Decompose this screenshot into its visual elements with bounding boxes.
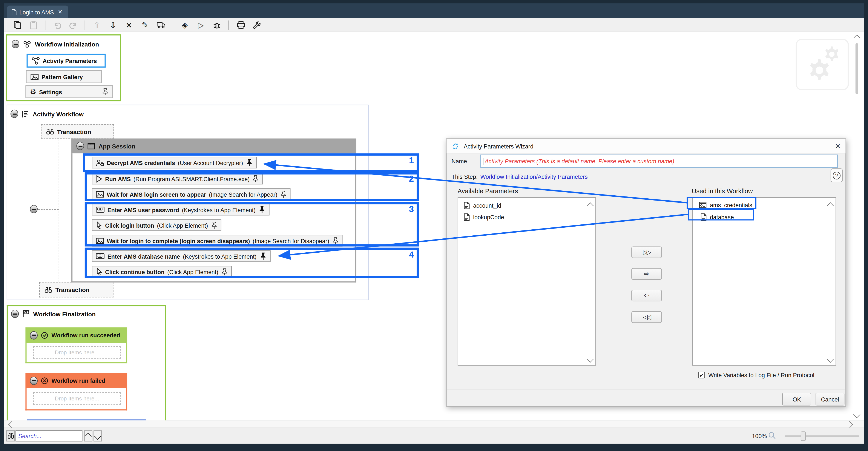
collapse-toggle-icon[interactable]	[76, 142, 84, 150]
step-wait-login-complete[interactable]: Wait for login to complete (login screen…	[92, 235, 342, 246]
parameter-doc-icon	[463, 202, 470, 209]
step-name: Enter AMS database name	[107, 253, 180, 259]
transaction-label: Transaction	[57, 128, 91, 135]
sequence-collapse-toggle[interactable]	[30, 205, 38, 213]
share-nodes-icon	[32, 57, 40, 64]
list-item-ams-credentials[interactable]: ams_credentials	[699, 202, 752, 208]
app-session-header[interactable]: App Session	[71, 139, 356, 153]
edit-pencil-icon[interactable]: ✎	[141, 21, 149, 29]
ok-button[interactable]: OK	[782, 393, 811, 405]
print-icon[interactable]	[236, 21, 245, 29]
step-run-ams[interactable]: Run AMS (Run Program ASI.SMART.Client.Fr…	[92, 173, 263, 185]
arrow-down-icon[interactable]: ⇩	[108, 21, 117, 29]
collapse-toggle-icon[interactable]	[30, 331, 38, 339]
undo-icon[interactable]	[53, 21, 61, 29]
zoom-slider-track[interactable]	[784, 435, 859, 437]
workflow-run-succeeded-header[interactable]: Workflow run succeeded	[25, 327, 127, 343]
activity-parameters-button[interactable]: Activity Parameters	[27, 54, 106, 67]
delete-x-icon[interactable]: ✕	[124, 21, 133, 29]
list-scroll-up-icon[interactable]	[587, 202, 594, 209]
pin-filled-icon[interactable]	[258, 205, 266, 214]
step-name: Decrypt AMS credentials	[107, 159, 175, 166]
pin-filled-icon[interactable]	[259, 252, 266, 260]
tab-login-to-ams[interactable]: Login to AMS ✕	[7, 6, 68, 18]
document-icon	[11, 9, 17, 15]
cancel-button[interactable]: Cancel	[815, 393, 844, 405]
pin-icon[interactable]	[102, 88, 108, 95]
pin-outline-icon[interactable]	[221, 268, 228, 276]
list-scroll-down-icon[interactable]	[587, 356, 594, 363]
list-scroll-up-icon[interactable]	[827, 202, 834, 209]
play-icon	[96, 175, 102, 182]
step-wait-ams-login-appear[interactable]: Wait for AMS login screen to appear (Ima…	[92, 188, 290, 200]
move-all-right-button[interactable]: ▷▷	[631, 247, 662, 258]
list-item-database[interactable]: database	[700, 213, 734, 221]
help-button[interactable]: ?	[831, 168, 843, 182]
copy-icon[interactable]	[13, 21, 22, 29]
scroll-left-icon[interactable]	[8, 421, 16, 428]
application-window: Login to AMS ✕ ⇧ ⇩ ✕ ✎ ◈ ▷ Workflow Init…	[0, 0, 868, 451]
transaction-block-top[interactable]: Transaction	[41, 124, 114, 139]
user-decrypt-icon	[96, 159, 104, 167]
list-item-account-id[interactable]: account_id	[463, 202, 501, 209]
credentials-icon	[699, 202, 707, 208]
find-next-button[interactable]	[94, 430, 102, 441]
drop-zone[interactable]: Drop Items here...	[33, 346, 121, 359]
used-in-workflow-list[interactable]: ams_credentials database	[692, 197, 836, 366]
collapse-toggle-icon[interactable]	[30, 376, 38, 385]
collapse-toggle-icon[interactable]	[11, 40, 19, 48]
drop-zone[interactable]: Drop Items here...	[33, 392, 121, 405]
failed-body: Drop Items here...	[25, 388, 127, 411]
export-truck-icon[interactable]	[156, 21, 165, 29]
name-input[interactable]: Activity Parameters (This is a default n…	[480, 154, 838, 168]
available-parameters-list[interactable]: account_id lookupCode	[458, 197, 596, 366]
redo-icon[interactable]	[69, 21, 78, 29]
write-variables-checkbox[interactable]: ✔	[699, 372, 705, 378]
pin-outline-icon[interactable]	[252, 175, 259, 182]
horizontal-scrollbar[interactable]	[4, 420, 864, 427]
vertical-scrollbar-thumb[interactable]	[856, 43, 858, 94]
dialog-close-icon[interactable]: ✕	[835, 142, 840, 150]
settings-button[interactable]: ⚙ Settings	[25, 85, 113, 98]
pin-outline-icon[interactable]	[332, 237, 339, 245]
binoculars-search-icon	[7, 432, 14, 439]
arrow-up-icon[interactable]: ⇧	[92, 21, 101, 29]
move-right-button[interactable]: ⇨	[631, 268, 662, 280]
wrench-icon[interactable]	[252, 21, 261, 29]
wizard-refresh-icon	[452, 142, 459, 150]
this-step-link[interactable]: Workflow Initialization/Activity Paramet…	[480, 173, 588, 180]
zoom-slider-handle[interactable]	[801, 431, 806, 441]
search-input[interactable]	[16, 430, 82, 441]
milestone-diamond-icon[interactable]: ◈	[180, 21, 189, 29]
find-button[interactable]	[6, 430, 15, 441]
step-enter-ams-database[interactable]: Enter AMS database name (Keystrokes to A…	[92, 250, 270, 262]
toolbar-separator	[173, 20, 173, 30]
step-decrypt-ams-credentials[interactable]: Decrypt AMS credentials (User Account De…	[92, 157, 257, 168]
step-name: Wait for AMS login screen to appear	[107, 191, 206, 198]
title-bar: Login to AMS ✕	[4, 3, 864, 18]
transaction-block-bottom[interactable]: Transaction	[39, 282, 114, 298]
run-play-icon[interactable]: ▷	[196, 21, 205, 29]
list-scroll-down-icon[interactable]	[827, 356, 834, 363]
step-click-continue-button[interactable]: Click continue button (Click App Element…	[92, 266, 231, 278]
step-click-login-button[interactable]: Click login button (Click App Element)	[92, 219, 221, 231]
paste-icon[interactable]	[29, 21, 38, 29]
pattern-gallery-button[interactable]: Pattern Gallery	[26, 71, 102, 83]
find-previous-button[interactable]	[84, 430, 92, 441]
pin-outline-icon[interactable]	[211, 221, 217, 229]
step-enter-ams-password[interactable]: Enter AMS user password (Keystrokes to A…	[92, 204, 269, 216]
workflow-run-failed-header[interactable]: Workflow run failed	[25, 373, 127, 388]
collapse-toggle-icon[interactable]	[10, 110, 18, 118]
parameter-doc-icon	[463, 213, 470, 221]
move-all-left-button[interactable]: ◁◁	[631, 311, 662, 323]
connector-dash	[38, 209, 59, 210]
pin-filled-icon[interactable]	[246, 158, 253, 167]
list-item-lookupcode[interactable]: lookupCode	[463, 213, 504, 221]
collapse-toggle-icon[interactable]	[11, 310, 19, 318]
tab-close-icon[interactable]: ✕	[58, 9, 63, 15]
move-left-button[interactable]: ⇦	[631, 290, 662, 301]
debug-bug-icon[interactable]	[212, 21, 221, 29]
scroll-right-icon[interactable]	[846, 421, 853, 428]
binoculars-icon	[44, 286, 53, 293]
pin-outline-icon[interactable]	[280, 190, 287, 198]
